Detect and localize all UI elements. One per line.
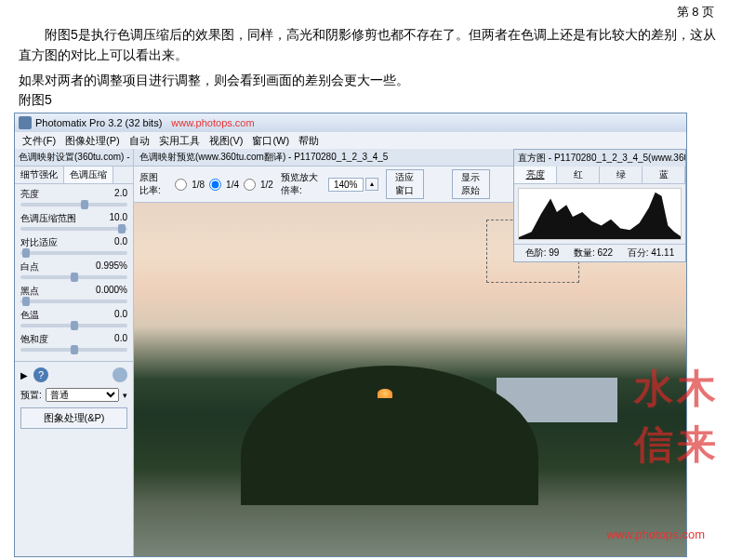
app-window: Photomatix Pro 3.2 (32 bits) www.photops… [14, 113, 687, 557]
stat-count-label: 数量: [574, 247, 595, 258]
process-button[interactable]: 图象处理(&P) [20, 407, 127, 429]
slider-label: 亮度 [20, 188, 39, 201]
stat-pct-value: 41.11 [651, 247, 674, 258]
slider-track[interactable] [20, 324, 127, 327]
menu-tools[interactable]: 实用工具 [155, 134, 204, 148]
dropdown-icon[interactable]: ▾ [123, 391, 127, 400]
zoom-label: 预览放大倍率: [281, 171, 321, 197]
histogram-stats: 色阶: 99 数量: 622 百分: 41.11 [514, 244, 685, 261]
slider-list: 亮度 2.0 色调压缩范围 10.0 对比适应 0.0 白点 0.995% 黑点 [15, 184, 133, 361]
slider-track[interactable] [20, 203, 127, 207]
redo-icon[interactable] [113, 367, 127, 382]
slider-row: 亮度 2.0 [20, 188, 127, 207]
app-icon [19, 116, 32, 129]
ratio-label: 原图比率: [139, 171, 166, 197]
stat-count-value: 622 [597, 247, 613, 258]
slider-thumb[interactable] [81, 200, 88, 209]
app-title: Photomatix Pro 3.2 (32 bits) [35, 117, 162, 128]
ratio-1-2-label: 1/2 [260, 180, 273, 190]
slider-thumb[interactable] [71, 273, 78, 282]
zoom-step-icon[interactable]: ▴ [365, 178, 378, 191]
menu-window[interactable]: 窗口(W) [248, 134, 293, 148]
slider-row: 色调压缩范围 10.0 [20, 212, 127, 231]
slider-value: 0.995% [96, 260, 127, 273]
preview-sun [378, 389, 392, 398]
slider-label: 色调压缩范围 [20, 212, 76, 225]
menubar: 文件(F) 图像处理(P) 自动 实用工具 视图(V) 窗口(W) 帮助 [15, 132, 686, 149]
slider-value: 0.0 [114, 333, 127, 346]
main-area: 色调映射预览(www.360tu.com翻译) - P1170280_1_2_3… [134, 149, 686, 556]
slider-row: 对比适应 0.0 [20, 236, 127, 255]
slider-thumb[interactable] [118, 224, 126, 233]
play-icon[interactable]: ▶ [20, 370, 28, 380]
ratio-1-4[interactable] [209, 179, 221, 191]
slider-label: 饱和度 [20, 333, 48, 346]
help-icon[interactable]: ? [33, 367, 48, 382]
menu-process[interactable]: 图像处理(P) [61, 134, 124, 148]
zoom-input[interactable] [328, 178, 364, 192]
slider-row: 白点 0.995% [20, 260, 127, 279]
slider-label: 对比适应 [20, 236, 58, 249]
slider-track[interactable] [20, 227, 127, 231]
hist-tab-luminance[interactable]: 亮度 [514, 167, 557, 183]
hist-tab-blue[interactable]: 蓝 [643, 167, 685, 183]
figure-label: 附图5 [0, 92, 742, 113]
ratio-1-2[interactable] [244, 179, 256, 191]
slider-label: 黑点 [20, 285, 39, 298]
slider-row: 黑点 0.000% [20, 285, 127, 303]
watermark-url: www.photops.com [607, 527, 706, 541]
menu-auto[interactable]: 自动 [126, 134, 153, 148]
slider-row: 饱和度 0.0 [20, 333, 127, 352]
stat-pct-label: 百分: [628, 247, 649, 258]
slider-value: 10.0 [110, 212, 127, 225]
slider-track[interactable] [20, 348, 127, 352]
workspace: 色调映射设置(360tu.com) - P1170280_1... 细节强化 色… [15, 149, 686, 556]
slider-thumb[interactable] [22, 297, 30, 306]
slider-thumb[interactable] [71, 345, 78, 354]
left-panel: 色调映射设置(360tu.com) - P1170280_1... 细节强化 色… [15, 149, 134, 556]
show-original-button[interactable]: 显示原始 [452, 169, 490, 199]
slider-row: 色温 0.0 [20, 309, 127, 327]
slider-thumb[interactable] [22, 248, 30, 258]
ratio-1-8[interactable] [175, 179, 187, 191]
ratio-1-4-label: 1/4 [226, 180, 239, 190]
slider-track[interactable] [20, 300, 127, 303]
stat-color-label: 色阶: [525, 247, 547, 258]
menu-view[interactable]: 视图(V) [205, 134, 247, 148]
menu-file[interactable]: 文件(F) [19, 134, 60, 148]
slider-track[interactable] [20, 275, 127, 279]
left-panel-title: 色调映射设置(360tu.com) - P1170280_1... [15, 149, 133, 167]
left-tabs: 细节强化 色调压缩 [15, 167, 133, 184]
preset-select[interactable]: 普通 [46, 388, 119, 402]
body-paragraph-1: 附图5是执行色调压缩后的效果图，同样，高光和阴影修剪也都不存在了。但两者在色调上… [0, 22, 742, 70]
body-paragraph-2: 如果对两者的调整项目进行调整，则会看到画面的差别会更大一些。 [0, 70, 742, 92]
ratio-1-8-label: 1/8 [192, 180, 205, 190]
slider-value: 0.0 [114, 309, 127, 322]
hist-tab-red[interactable]: 红 [557, 167, 600, 183]
slider-thumb[interactable] [71, 321, 78, 330]
tab-detail-enhance[interactable]: 细节强化 [15, 167, 64, 183]
preset-label: 预置: [20, 389, 42, 402]
hist-tab-green[interactable]: 绿 [600, 167, 643, 183]
panel-bottom: ▶ ? 预置: 普通 ▾ 图象处理(&P) [15, 361, 133, 434]
slider-value: 0.000% [96, 285, 127, 298]
slider-value: 2.0 [114, 188, 127, 201]
slider-track[interactable] [20, 251, 127, 255]
histogram-chart [518, 188, 682, 240]
page-number: 第 8 页 [0, 0, 742, 22]
menu-help[interactable]: 帮助 [295, 134, 323, 148]
histogram-panel: 直方图 - P1170280_1_2_3_4_5(www.360tu.co...… [513, 149, 686, 262]
tab-tone-compress[interactable]: 色调压缩 [64, 167, 113, 183]
fit-window-button[interactable]: 适应窗口 [386, 169, 424, 199]
titlebar: Photomatix Pro 3.2 (32 bits) www.photops… [15, 113, 686, 132]
slider-label: 白点 [20, 260, 39, 273]
slider-value: 0.0 [114, 236, 127, 249]
stat-color-value: 99 [549, 247, 559, 258]
slider-label: 色温 [20, 309, 39, 322]
histogram-title: 直方图 - P1170280_1_2_3_4_5(www.360tu.co... [518, 152, 685, 165]
watermark-titlebar: www.photops.com [171, 117, 254, 128]
preview-hill [241, 366, 538, 505]
